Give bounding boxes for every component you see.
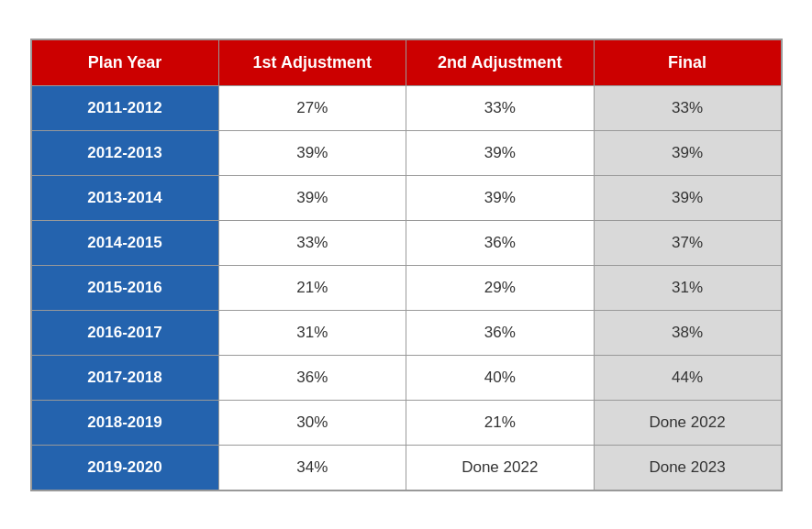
cell-adj2: 36% <box>406 220 595 265</box>
cell-adj1: 36% <box>218 355 406 400</box>
table-row: 2019-202034%Done 2022Done 2023 <box>31 445 782 490</box>
cell-adj1: 33% <box>218 220 406 265</box>
cell-final: 39% <box>594 175 782 220</box>
cell-adj2: 40% <box>406 355 595 400</box>
table-row: 2016-201731%36%38% <box>31 310 782 355</box>
cell-plan-year: 2015-2016 <box>31 265 219 310</box>
cell-adj1: 39% <box>218 130 406 175</box>
table-row: 2017-201836%40%44% <box>31 355 782 400</box>
cell-plan-year: 2011-2012 <box>31 85 219 130</box>
header-adj2: 2nd Adjustment <box>406 39 595 86</box>
table-row: 2013-201439%39%39% <box>31 175 782 220</box>
cell-adj2: Done 2022 <box>406 445 595 490</box>
cell-adj1: 21% <box>218 265 406 310</box>
table-row: 2014-201533%36%37% <box>31 220 782 265</box>
cell-adj1: 34% <box>218 445 406 490</box>
main-container: Plan Year 1st Adjustment 2nd Adjustment … <box>30 39 783 491</box>
cell-plan-year: 2012-2013 <box>31 130 219 175</box>
cell-final: Done 2022 <box>594 400 782 445</box>
cell-plan-year: 2016-2017 <box>31 310 219 355</box>
cell-adj1: 27% <box>218 85 406 130</box>
header-row: Plan Year 1st Adjustment 2nd Adjustment … <box>31 39 782 86</box>
table-row: 2012-201339%39%39% <box>31 130 782 175</box>
cell-plan-year: 2017-2018 <box>31 355 219 400</box>
header-plan-year: Plan Year <box>31 39 219 86</box>
cell-final: 44% <box>594 355 782 400</box>
header-adj1: 1st Adjustment <box>218 39 406 86</box>
cell-final: 38% <box>594 310 782 355</box>
cell-adj1: 31% <box>218 310 406 355</box>
cell-final: Done 2023 <box>594 445 782 490</box>
cell-final: 33% <box>594 85 782 130</box>
cell-adj2: 29% <box>406 265 595 310</box>
cell-final: 39% <box>594 130 782 175</box>
cell-final: 37% <box>594 220 782 265</box>
table-row: 2018-201930%21%Done 2022 <box>31 400 782 445</box>
cell-adj2: 39% <box>406 130 595 175</box>
cell-adj2: 33% <box>406 85 595 130</box>
cell-plan-year: 2013-2014 <box>31 175 219 220</box>
cell-adj2: 39% <box>406 175 595 220</box>
cell-adj1: 30% <box>218 400 406 445</box>
cell-adj1: 39% <box>218 175 406 220</box>
header-final: Final <box>594 39 782 86</box>
cell-adj2: 36% <box>406 310 595 355</box>
adjustment-table: Plan Year 1st Adjustment 2nd Adjustment … <box>30 39 783 491</box>
table-row: 2015-201621%29%31% <box>31 265 782 310</box>
cell-adj2: 21% <box>406 400 595 445</box>
cell-plan-year: 2018-2019 <box>31 400 219 445</box>
cell-final: 31% <box>594 265 782 310</box>
cell-plan-year: 2019-2020 <box>31 445 219 490</box>
cell-plan-year: 2014-2015 <box>31 220 219 265</box>
table-row: 2011-201227%33%33% <box>31 85 782 130</box>
